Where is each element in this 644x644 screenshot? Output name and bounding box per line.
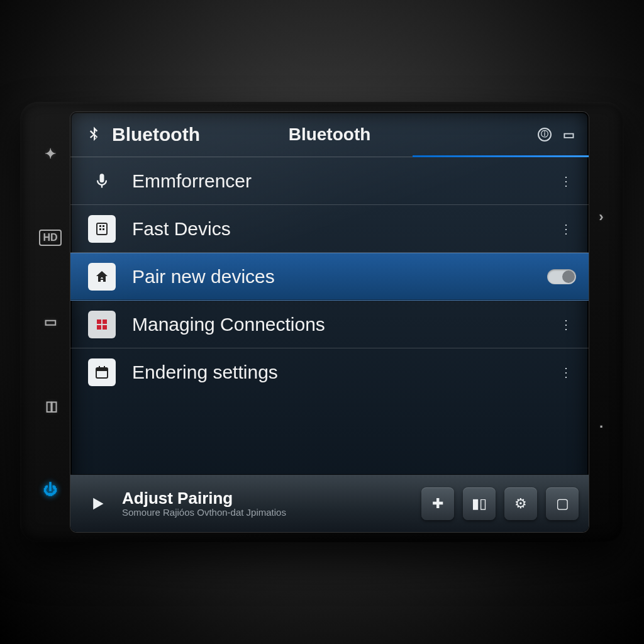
titlebar: Bluetooth Bluetooth ⓘ ▭ <box>70 112 589 157</box>
svg-rect-4 <box>103 228 104 230</box>
menu-item-managing-connections[interactable]: Managing Connections ⋮ <box>70 301 589 348</box>
svg-rect-10 <box>96 368 108 371</box>
grid-icon <box>88 311 116 338</box>
menu-item-emmforrencer[interactable]: Emmforrencer ⋮ <box>70 157 589 205</box>
bottom-bar-title: Adjust Pairing <box>122 489 286 508</box>
more-icon[interactable]: ⋮ <box>557 317 576 332</box>
menu-item-endering-settings[interactable]: Endering settings ⋮ <box>70 348 589 396</box>
bluetooth-icon <box>84 125 103 144</box>
status-battery-icon: ▭ <box>563 127 575 142</box>
hw-button-1[interactable]: ✦ <box>45 146 56 162</box>
hw-button-list[interactable]: ▭ <box>44 314 57 330</box>
hw-button-power[interactable]: ⏻ <box>43 482 57 498</box>
hw-button-right-1[interactable]: › <box>599 209 603 225</box>
mic-icon <box>88 167 116 195</box>
menu-item-label: Endering settings <box>132 362 557 383</box>
menu-item-label: Emmforrencer <box>132 170 557 192</box>
titlebar-left[interactable]: Bluetooth <box>84 124 200 145</box>
device-icon <box>88 215 116 243</box>
menu-item-fast-devices[interactable]: Fast Devics ⋮ <box>70 205 589 253</box>
svg-rect-3 <box>99 228 101 230</box>
hardware-right-buttons: › · <box>589 112 614 532</box>
svg-rect-7 <box>97 325 101 330</box>
svg-rect-5 <box>97 319 101 324</box>
bb-button-apps[interactable]: ▢ <box>546 487 579 520</box>
titlebar-left-label: Bluetooth <box>112 124 200 145</box>
svg-rect-11 <box>99 366 100 369</box>
home-icon <box>88 263 116 291</box>
play-icon[interactable] <box>80 487 113 520</box>
toggle-switch[interactable] <box>547 269 576 284</box>
svg-rect-1 <box>99 225 101 227</box>
hw-button-pause[interactable]: ▯▯ <box>45 398 55 414</box>
more-icon[interactable]: ⋮ <box>557 221 576 236</box>
svg-rect-8 <box>103 325 107 330</box>
menu-item-label: Fast Devics <box>132 218 557 240</box>
menu-item-label: Pair new devices <box>132 266 547 287</box>
hw-button-right-2[interactable]: · <box>599 419 603 435</box>
hw-button-hd[interactable]: HD <box>39 230 61 246</box>
menu-item-label: Managing Connections <box>132 314 557 335</box>
touchscreen: Bluetooth Bluetooth ⓘ ▭ Emmforrencer ⋮ <box>70 112 589 532</box>
bottom-bar-subtitle: Somoure Rajióos Ovthon-dat Jpimatios <box>122 508 286 518</box>
bb-button-library[interactable]: ▮▯ <box>463 487 496 520</box>
more-icon[interactable]: ⋮ <box>557 174 576 189</box>
bottom-bar: Adjust Pairing Somoure Rajióos Ovthon-da… <box>70 474 589 532</box>
svg-rect-2 <box>103 225 104 227</box>
svg-rect-6 <box>103 319 107 324</box>
menu-item-pair-new-devices[interactable]: Pair new devices <box>70 253 589 301</box>
status-indicator-icon: ⓘ <box>538 128 552 142</box>
bb-button-add[interactable]: ✚ <box>421 487 454 520</box>
more-icon[interactable]: ⋮ <box>557 365 576 380</box>
svg-rect-12 <box>104 366 105 369</box>
bottom-bar-text[interactable]: Adjust Pairing Somoure Rajióos Ovthon-da… <box>122 489 286 518</box>
svg-rect-0 <box>97 223 107 235</box>
bb-button-settings[interactable]: ⚙ <box>504 487 537 520</box>
hardware-left-buttons: ✦ HD ▭ ▯▯ ⏻ <box>30 112 70 532</box>
menu-list: Emmforrencer ⋮ Fast Devics ⋮ Pair new de… <box>70 157 589 474</box>
calendar-icon <box>88 358 116 386</box>
device-frame: ✦ HD ▭ ▯▯ ⏻ Bluetooth Bluetooth ⓘ ▭ <box>20 102 624 542</box>
